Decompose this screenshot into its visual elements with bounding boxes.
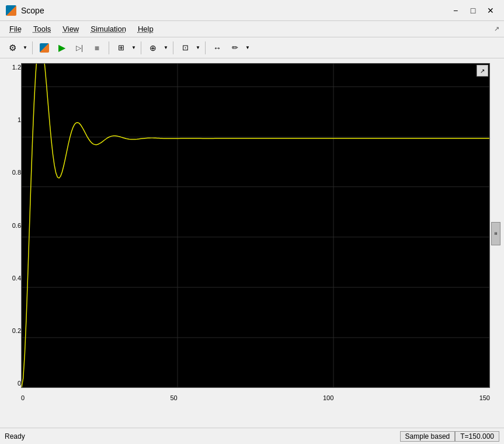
- plot-wrapper: 0 0.2 0.4 0.6 0.8 1 1.2: [2, 61, 502, 407]
- separator-5: [205, 41, 206, 54]
- step-button[interactable]: ▷|: [71, 40, 88, 56]
- separator-4: [173, 41, 173, 54]
- layout-group: ⊞ ▼: [112, 40, 138, 56]
- simulink-button[interactable]: [36, 40, 53, 56]
- time-badge: T=150.000: [455, 431, 499, 442]
- stop-button[interactable]: ■: [88, 40, 106, 56]
- title-controls: − □ ✕: [448, 3, 498, 18]
- separator-3: [141, 41, 141, 54]
- cursor-group: ↔ ✏ ▼: [208, 40, 252, 56]
- plot-container: 0 0.2 0.4 0.6 0.8 1 1.2: [0, 58, 504, 407]
- menu-arrow: ↗: [494, 25, 499, 33]
- layout-dropdown[interactable]: ▼: [130, 40, 138, 56]
- menu-bar: File Tools View Simulation Help ↗: [0, 21, 504, 37]
- axes-group: ⊡ ▼: [176, 40, 202, 56]
- status-bar: Ready Sample based T=150.000: [0, 428, 504, 444]
- right-handle[interactable]: ≡: [491, 222, 500, 245]
- menu-file[interactable]: File: [5, 23, 26, 34]
- y-label-1: 1: [4, 117, 21, 123]
- menu-help[interactable]: Help: [133, 23, 158, 34]
- settings-group: ⚙ ▼: [4, 40, 29, 56]
- response-curve: [22, 64, 489, 387]
- x-label-0: 0: [21, 394, 25, 401]
- status-text: Ready: [5, 432, 25, 440]
- x-label-150: 150: [479, 394, 490, 401]
- x-label-50: 50: [170, 394, 177, 401]
- expand-button[interactable]: ↗: [477, 65, 488, 77]
- menu-simulation[interactable]: Simulation: [86, 23, 131, 34]
- close-button[interactable]: ✕: [483, 3, 498, 18]
- title-bar: Scope − □ ✕: [0, 0, 504, 21]
- zoom-dropdown[interactable]: ▼: [162, 40, 170, 56]
- settings-dropdown[interactable]: ▼: [21, 40, 29, 56]
- cursor-button[interactable]: ↔: [208, 40, 226, 56]
- y-axis-labels: 0 0.2 0.4 0.6 0.8 1 1.2: [2, 63, 21, 388]
- status-right: Sample based T=150.000: [400, 431, 499, 442]
- maximize-button[interactable]: □: [465, 3, 481, 18]
- sample-type-badge: Sample based: [400, 431, 456, 442]
- x-axis-labels: 0 50 100 150: [21, 391, 490, 404]
- zoom-group: ⊕ ▼: [144, 40, 170, 56]
- axes-dropdown[interactable]: ▼: [194, 40, 202, 56]
- plot-area[interactable]: ↗: [21, 63, 490, 388]
- menu-view[interactable]: View: [58, 23, 84, 34]
- menu-tools[interactable]: Tools: [29, 23, 55, 34]
- separator-2: [109, 41, 109, 54]
- y-label-0: 0: [4, 380, 21, 387]
- y-label-08: 0.8: [4, 169, 21, 176]
- annotate-dropdown[interactable]: ▼: [244, 40, 252, 56]
- run-button[interactable]: ▶: [53, 40, 71, 56]
- annotate-button[interactable]: ✏: [226, 40, 244, 56]
- sim-controls-group: ▶ ▷| ■: [36, 40, 106, 56]
- minimize-button[interactable]: −: [448, 3, 463, 18]
- layout-button[interactable]: ⊞: [112, 40, 130, 56]
- y-label-06: 0.6: [4, 223, 21, 229]
- axes-button[interactable]: ⊡: [176, 40, 194, 56]
- x-label-100: 100: [323, 394, 333, 401]
- settings-button[interactable]: ⚙: [4, 40, 21, 56]
- app-icon: [6, 5, 16, 16]
- separator-1: [32, 41, 33, 54]
- y-label-04: 0.4: [4, 275, 21, 282]
- window-title: Scope: [21, 6, 44, 15]
- toolbar: ⚙ ▼ ▶ ▷| ■ ⊞ ▼ ⊕ ▼ ⊡ ▼ ↔ ✏ ▼: [0, 37, 504, 58]
- y-label-12: 1.2: [4, 64, 21, 71]
- zoom-button[interactable]: ⊕: [144, 40, 162, 56]
- plot-svg: [22, 64, 489, 387]
- y-label-02: 0.2: [4, 328, 21, 334]
